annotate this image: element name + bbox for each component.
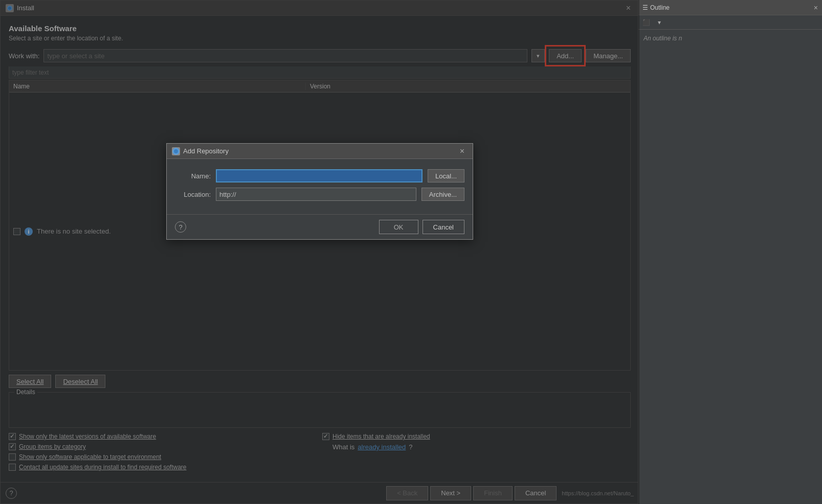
row-checkbox[interactable] [13, 228, 20, 235]
bottom-left: ? [6, 488, 17, 499]
section-title: Available Software [9, 24, 631, 33]
dialog-body: Name: Local... Location: Archive... [167, 159, 473, 214]
dialog-footer: ? OK Cancel [167, 214, 473, 239]
window-icon [6, 4, 14, 12]
dialog-close-button[interactable]: × [457, 146, 468, 157]
dialog-footer-left: ? [175, 221, 186, 233]
option-group-category-row: Group items by category [9, 443, 317, 450]
name-label: Name: [175, 172, 211, 180]
option-contact-sites-row: Contact all update sites during install … [9, 464, 317, 471]
manage-button[interactable]: Manage... [586, 49, 631, 62]
options-area: Show only the latest versions of availab… [9, 433, 631, 482]
section-subtitle: Select a site or enter the location of a… [9, 35, 631, 42]
sidebar-empty-text: An outline is n [643, 35, 682, 42]
sidebar-close-button[interactable]: × [814, 4, 818, 12]
name-input[interactable] [216, 169, 423, 182]
toolbar-collapse-button[interactable]: ⬛ [640, 17, 652, 28]
sidebar-content: An outline is n [638, 30, 822, 504]
bottom-right: < Back Next > Finish Cancel https://blog… [386, 486, 634, 500]
add-button-container: Add... [549, 49, 582, 62]
latest-versions-label: Show only the latest versions of availab… [19, 433, 156, 440]
dialog-title-text: Add Repository [183, 147, 229, 155]
work-with-input[interactable] [43, 49, 527, 62]
option-hide-installed-row: Hide items that are already installed [322, 433, 631, 440]
archive-button[interactable]: Archive... [421, 188, 464, 201]
svg-point-1 [8, 7, 11, 10]
col-version-header: Version [306, 83, 630, 90]
dialog-icon [172, 147, 180, 155]
target-env-label: Show only software applicable to target … [19, 453, 161, 461]
status-url: https://blog.csdn.net/Naruto_ [562, 490, 634, 496]
bottom-bar: ? < Back Next > Finish Cancel https://bl… [1, 482, 639, 503]
toolbar-menu-button[interactable]: ▾ [654, 17, 665, 28]
next-button[interactable]: Next > [430, 486, 471, 500]
location-label: Location: [175, 191, 211, 198]
title-bar: Install × [1, 1, 639, 16]
already-installed-row: What is already installed ? [322, 443, 631, 451]
right-sidebar: ☰ Outline × ⬛ ▾ An outline is n [638, 0, 822, 504]
install-window: Install × Available Software Select a si… [0, 0, 639, 504]
group-category-checkbox[interactable] [9, 443, 16, 450]
contact-sites-checkbox[interactable] [9, 464, 16, 471]
col-name-header: Name [9, 83, 306, 90]
add-button[interactable]: Add... [549, 49, 582, 62]
ok-button[interactable]: OK [379, 220, 418, 234]
location-input[interactable] [216, 188, 416, 201]
add-repository-dialog: Add Repository × Name: Local... Location… [166, 143, 473, 240]
table-header: Name Version [9, 80, 630, 93]
outline-tab: ☰ Outline [642, 4, 670, 11]
dialog-title-bar: Add Repository × [167, 144, 473, 159]
work-with-label: Work with: [9, 52, 39, 60]
local-button[interactable]: Local... [428, 169, 464, 182]
info-icon: i [25, 227, 33, 236]
finish-button[interactable]: Finish [473, 486, 513, 500]
help-button[interactable]: ? [6, 488, 17, 499]
already-installed-suffix: ? [409, 443, 412, 451]
contact-sites-label: Contact all update sites during install … [19, 464, 187, 471]
option-latest-versions-row: Show only the latest versions of availab… [9, 433, 317, 440]
back-button[interactable]: < Back [386, 486, 428, 500]
group-category-label: Group items by category [19, 443, 86, 450]
outline-tab-icon: ☰ [642, 4, 648, 11]
cancel-button[interactable]: Cancel [515, 486, 557, 500]
dialog-footer-right: OK Cancel [379, 220, 464, 234]
install-content: Available Software Select a site or ente… [1, 16, 639, 482]
select-buttons: Select All Deselect All [9, 375, 631, 388]
work-with-row: Work with: ▾ Add... Manage... [9, 49, 631, 62]
no-site-text: There is no site selected. [37, 227, 111, 235]
select-all-button[interactable]: Select All [9, 375, 51, 388]
dialog-help-button[interactable]: ? [175, 221, 186, 233]
svg-point-3 [174, 149, 178, 153]
options-left: Show only the latest versions of availab… [9, 433, 317, 474]
hide-installed-checkbox[interactable] [322, 433, 329, 440]
sidebar-toolbar: ⬛ ▾ [638, 15, 822, 30]
target-env-checkbox[interactable] [9, 453, 16, 461]
details-legend: Details [14, 388, 37, 396]
title-bar-left: Install [6, 4, 34, 12]
work-with-dropdown-button[interactable]: ▾ [531, 49, 545, 62]
already-installed-prefix: What is [332, 443, 354, 451]
name-field-row: Name: Local... [175, 169, 464, 182]
dialog-cancel-button[interactable]: Cancel [423, 220, 464, 234]
latest-versions-checkbox[interactable] [9, 433, 16, 440]
hide-installed-label: Hide items that are already installed [332, 433, 430, 440]
filter-input[interactable] [9, 66, 631, 79]
options-grid: Show only the latest versions of availab… [9, 433, 631, 474]
dialog-title-left: Add Repository [172, 147, 229, 155]
location-field-row: Location: Archive... [175, 188, 464, 201]
details-section: Details [9, 392, 631, 428]
outline-tab-label: Outline [650, 4, 670, 11]
window-title: Install [17, 4, 34, 12]
sidebar-header: ☰ Outline × [638, 0, 822, 15]
options-right: Hide items that are already installed Wh… [322, 433, 631, 474]
already-installed-link[interactable]: already installed [358, 443, 406, 451]
option-target-env-row: Show only software applicable to target … [9, 453, 317, 461]
deselect-all-button[interactable]: Deselect All [55, 375, 105, 388]
window-close-button[interactable]: × [623, 3, 634, 14]
